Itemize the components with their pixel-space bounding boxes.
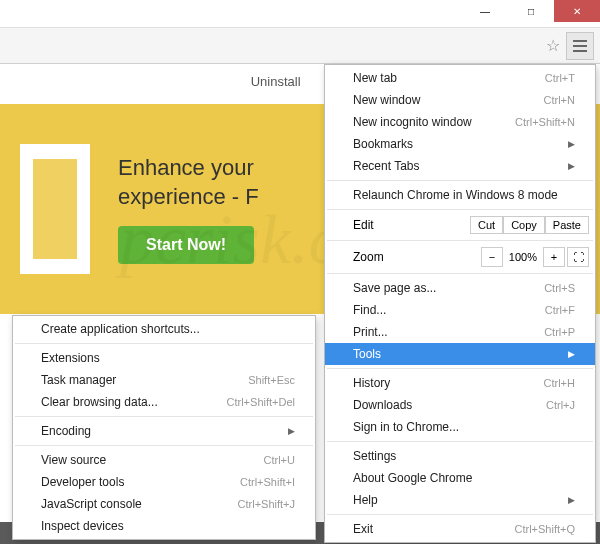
menu-exit[interactable]: ExitCtrl+Shift+Q <box>325 518 595 540</box>
start-now-button[interactable]: Start Now! <box>118 226 254 264</box>
window-titlebar: — □ ✕ <box>0 0 600 28</box>
window-minimize-button[interactable]: — <box>462 0 508 22</box>
edit-cut-button[interactable]: Cut <box>470 216 503 234</box>
window-maximize-button[interactable]: □ <box>508 0 554 22</box>
menu-separator <box>327 180 593 181</box>
menu-separator <box>15 416 313 417</box>
menu-new-tab[interactable]: New tabCtrl+T <box>325 67 595 89</box>
menu-sign-in[interactable]: Sign in to Chrome... <box>325 416 595 438</box>
submenu-clear-browsing-data[interactable]: Clear browsing data...Ctrl+Shift+Del <box>13 391 315 413</box>
submenu-encoding[interactable]: Encoding▶ <box>13 420 315 442</box>
menu-tools[interactable]: Tools▶ <box>325 343 595 365</box>
menu-downloads[interactable]: DownloadsCtrl+J <box>325 394 595 416</box>
zoom-out-button[interactable]: − <box>481 247 503 267</box>
chevron-right-icon: ▶ <box>568 349 575 359</box>
menu-save-page-as[interactable]: Save page as...Ctrl+S <box>325 277 595 299</box>
menu-edit-row: Edit Cut Copy Paste <box>325 213 595 237</box>
menu-separator <box>327 441 593 442</box>
menu-bookmarks[interactable]: Bookmarks▶ <box>325 133 595 155</box>
submenu-extensions[interactable]: Extensions <box>13 347 315 369</box>
tools-submenu: Create application shortcuts... Extensio… <box>12 315 316 540</box>
menu-recent-tabs[interactable]: Recent Tabs▶ <box>325 155 595 177</box>
edit-paste-button[interactable]: Paste <box>545 216 589 234</box>
edit-copy-button[interactable]: Copy <box>503 216 545 234</box>
submenu-create-shortcuts[interactable]: Create application shortcuts... <box>13 318 315 340</box>
bookmark-star-icon[interactable]: ☆ <box>546 36 560 55</box>
window-close-button[interactable]: ✕ <box>554 0 600 22</box>
nav-uninstall[interactable]: Uninstall <box>251 74 301 104</box>
menu-help[interactable]: Help▶ <box>325 489 595 511</box>
menu-settings[interactable]: Settings <box>325 445 595 467</box>
chevron-right-icon: ▶ <box>568 139 575 149</box>
menu-zoom-row: Zoom − 100% + ⛶ <box>325 244 595 270</box>
hero-image-frame <box>20 144 90 274</box>
menu-separator <box>327 368 593 369</box>
menu-find[interactable]: Find...Ctrl+F <box>325 299 595 321</box>
menu-separator <box>327 514 593 515</box>
browser-toolbar: ☆ <box>0 28 600 64</box>
chevron-right-icon: ▶ <box>568 495 575 505</box>
submenu-javascript-console[interactable]: JavaScript consoleCtrl+Shift+J <box>13 493 315 515</box>
chevron-right-icon: ▶ <box>568 161 575 171</box>
menu-print[interactable]: Print...Ctrl+P <box>325 321 595 343</box>
submenu-developer-tools[interactable]: Developer toolsCtrl+Shift+I <box>13 471 315 493</box>
hero-heading-2: experience - F <box>118 183 259 212</box>
fullscreen-button[interactable]: ⛶ <box>567 247 589 267</box>
menu-new-window[interactable]: New windowCtrl+N <box>325 89 595 111</box>
menu-separator <box>327 273 593 274</box>
menu-separator <box>327 209 593 210</box>
menu-about-chrome[interactable]: About Google Chrome <box>325 467 595 489</box>
menu-separator <box>15 343 313 344</box>
zoom-in-button[interactable]: + <box>543 247 565 267</box>
menu-history[interactable]: HistoryCtrl+H <box>325 372 595 394</box>
menu-relaunch-win8[interactable]: Relaunch Chrome in Windows 8 mode <box>325 184 595 206</box>
menu-new-incognito[interactable]: New incognito windowCtrl+Shift+N <box>325 111 595 133</box>
hero-heading-1: Enhance your <box>118 154 259 183</box>
chrome-main-menu: New tabCtrl+T New windowCtrl+N New incog… <box>324 64 596 543</box>
zoom-value: 100% <box>505 251 541 263</box>
menu-separator <box>15 445 313 446</box>
submenu-view-source[interactable]: View sourceCtrl+U <box>13 449 315 471</box>
menu-separator <box>327 240 593 241</box>
chevron-right-icon: ▶ <box>288 426 295 436</box>
submenu-task-manager[interactable]: Task managerShift+Esc <box>13 369 315 391</box>
chrome-menu-button[interactable] <box>566 32 594 60</box>
submenu-inspect-devices[interactable]: Inspect devices <box>13 515 315 537</box>
